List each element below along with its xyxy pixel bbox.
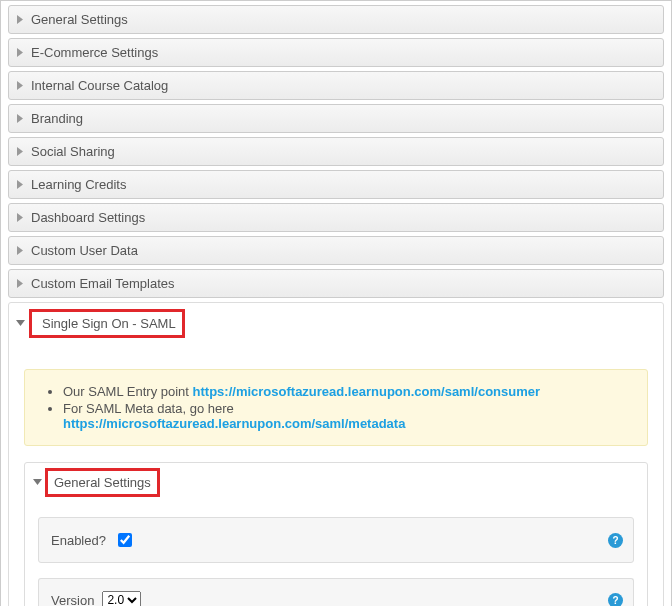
inner-accordion-header[interactable]: General Settings [25,463,647,502]
accordion-item-social[interactable]: Social Sharing [8,137,664,166]
accordion-item-email-templates[interactable]: Custom Email Templates [8,269,664,298]
accordion-label: Custom Email Templates [27,276,175,291]
chevron-right-icon [13,15,27,24]
highlight-marker: Single Sign On - SAML [29,309,185,338]
accordion-item-custom-user[interactable]: Custom User Data [8,236,664,265]
svg-marker-1 [17,48,23,57]
svg-marker-4 [17,147,23,156]
highlight-marker: General Settings [45,468,160,497]
saml-entry-link[interactable]: https://microsoftazuread.learnupon.com/s… [193,384,540,399]
accordion-header-sso[interactable]: Single Sign On - SAML [9,303,663,344]
info-notice: Our SAML Entry point https://microsoftaz… [24,369,648,446]
notice-text: Our SAML Entry point [63,384,193,399]
accordion-label: Branding [27,111,83,126]
chevron-down-icon [13,320,27,327]
accordion-label: Internal Course Catalog [27,78,168,93]
chevron-right-icon [13,180,27,189]
field-enabled: Enabled? ? [38,517,634,563]
field-label: Version [51,593,102,607]
svg-marker-2 [17,81,23,90]
svg-marker-8 [17,279,23,288]
chevron-down-icon [30,479,44,486]
svg-marker-9 [16,320,25,326]
inner-accordion-label: General Settings [54,475,151,490]
accordion-item-ecommerce[interactable]: E-Commerce Settings [8,38,664,67]
svg-marker-5 [17,180,23,189]
chevron-right-icon [13,213,27,222]
notice-line: For SAML Meta data, go here https://micr… [63,401,631,431]
version-select[interactable]: 2.0 [102,591,141,606]
accordion-item-sso-saml: Single Sign On - SAML Our SAML Entry poi… [8,302,664,606]
accordion-item-general-settings[interactable]: General Settings [8,5,664,34]
chevron-right-icon [13,81,27,90]
notice-text: For SAML Meta data, go here [63,401,234,416]
accordion-item-catalog[interactable]: Internal Course Catalog [8,71,664,100]
help-icon[interactable]: ? [608,593,623,607]
accordion-label: Custom User Data [27,243,138,258]
accordion-label: Single Sign On - SAML [38,316,176,331]
svg-marker-6 [17,213,23,222]
chevron-right-icon [13,246,27,255]
notice-line: Our SAML Entry point https://microsoftaz… [63,384,631,399]
field-version: Version 2.0 ? [38,578,634,606]
accordion-item-credits[interactable]: Learning Credits [8,170,664,199]
svg-marker-3 [17,114,23,123]
chevron-right-icon [13,114,27,123]
accordion-item-branding[interactable]: Branding [8,104,664,133]
chevron-right-icon [13,147,27,156]
help-icon[interactable]: ? [608,533,623,548]
accordion-label: Social Sharing [27,144,115,159]
saml-metadata-link[interactable]: https://microsoftazuread.learnupon.com/s… [63,416,405,431]
accordion-label: E-Commerce Settings [27,45,158,60]
accordion-label: General Settings [27,12,128,27]
chevron-right-icon [13,279,27,288]
svg-marker-10 [33,479,42,485]
accordion-item-dashboard[interactable]: Dashboard Settings [8,203,664,232]
enabled-checkbox[interactable] [118,533,132,547]
chevron-right-icon [13,48,27,57]
svg-marker-0 [17,15,23,24]
inner-accordion-general: General Settings Enabled? ? Version 2.0 … [24,462,648,606]
accordion-label: Learning Credits [27,177,126,192]
svg-marker-7 [17,246,23,255]
accordion-label: Dashboard Settings [27,210,145,225]
field-label: Enabled? [51,533,114,548]
